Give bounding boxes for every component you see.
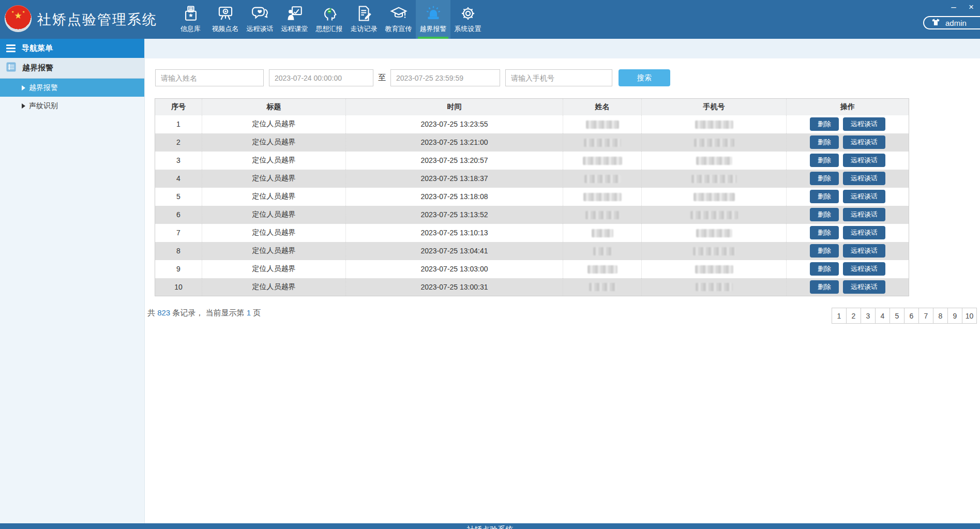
- cell-index: 6: [155, 206, 202, 224]
- delete-button[interactable]: 删除: [810, 154, 839, 167]
- name-search-input[interactable]: [155, 69, 264, 86]
- cell-name-redacted: [563, 206, 642, 224]
- cell-actions: 删除远程谈话: [787, 170, 909, 188]
- nav-item-label: 视频点名: [212, 24, 239, 34]
- redacted-name-block: [589, 283, 616, 291]
- remote-talk-button[interactable]: 远程谈话: [843, 280, 885, 294]
- search-button[interactable]: 搜索: [619, 69, 670, 86]
- delete-button[interactable]: 删除: [810, 135, 839, 149]
- column-header-时间: 时间: [346, 99, 563, 115]
- delete-button[interactable]: 删除: [810, 244, 839, 258]
- sidebar-section-boundary-alarm[interactable]: 越界报警: [0, 58, 144, 79]
- minimize-button[interactable]: –: [949, 3, 958, 11]
- cell-index: 5: [155, 188, 202, 206]
- date-from-input[interactable]: [269, 69, 373, 86]
- boundary-alarm-icon: [424, 4, 443, 23]
- pagination: 12345678910: [832, 308, 977, 324]
- cell-phone-redacted: [642, 206, 787, 224]
- sidebar-item-越界报警[interactable]: 越界报警: [0, 79, 144, 97]
- cell-actions: 删除远程谈话: [787, 152, 909, 170]
- nav-item-远程课堂[interactable]: 远程课堂: [277, 0, 312, 39]
- nav-item-教育宣传[interactable]: 教育宣传: [381, 0, 416, 39]
- page-button-10[interactable]: 10: [962, 308, 977, 324]
- visit-record-icon: [354, 4, 374, 23]
- main-content: 至 搜索 序号标题时间姓名手机号操作 1定位人员越界2023-07-25 13:…: [145, 39, 980, 523]
- page-button-9[interactable]: 9: [947, 308, 962, 324]
- nav-item-视频点名[interactable]: 视频点名: [208, 0, 243, 39]
- delete-button[interactable]: 删除: [810, 280, 839, 294]
- cell-name-redacted: [563, 242, 642, 260]
- cell-index: 8: [155, 242, 202, 260]
- redacted-phone-block: [693, 193, 735, 201]
- table-row: 1定位人员越界2023-07-25 13:23:55删除远程谈话: [155, 115, 909, 133]
- cell-name-redacted: [563, 133, 642, 152]
- cell-actions: 删除远程谈话: [787, 260, 909, 278]
- delete-button[interactable]: 删除: [810, 190, 839, 203]
- remote-talk-button[interactable]: 远程谈话: [843, 208, 885, 221]
- sidebar-item-声纹识别[interactable]: 声纹识别: [0, 97, 144, 115]
- remote-talk-button[interactable]: 远程谈话: [843, 244, 885, 258]
- page-button-6[interactable]: 6: [904, 308, 919, 324]
- redacted-name-block: [585, 211, 620, 219]
- delete-button[interactable]: 删除: [810, 226, 839, 239]
- nav-item-思想汇报[interactable]: 思想汇报: [312, 0, 346, 39]
- cell-title: 定位人员越界: [202, 152, 346, 170]
- nav-item-系统设置[interactable]: 系统设置: [450, 0, 485, 39]
- sidebar-items: 越界报警 声纹识别: [0, 79, 144, 115]
- nav-item-远程谈话[interactable]: 远程谈话: [243, 0, 277, 39]
- user-icon: [931, 18, 940, 28]
- remote-talk-button[interactable]: 远程谈话: [843, 135, 885, 149]
- delete-button[interactable]: 删除: [810, 262, 839, 276]
- nav-item-信息库[interactable]: 信息库: [173, 0, 208, 39]
- table-row: 2定位人员越界2023-07-25 13:21:00删除远程谈话: [155, 133, 909, 152]
- page-button-5[interactable]: 5: [889, 308, 904, 324]
- sidebar-menu-header[interactable]: 导航菜单: [0, 39, 144, 58]
- cell-phone-redacted: [642, 188, 787, 206]
- redacted-phone-block: [695, 120, 733, 129]
- cell-time: 2023-07-25 13:20:57: [346, 152, 563, 170]
- cell-index: 10: [155, 278, 202, 296]
- page-button-1[interactable]: 1: [832, 308, 847, 324]
- delete-button[interactable]: 删除: [810, 208, 839, 221]
- cell-name-redacted: [563, 260, 642, 278]
- cell-time: 2023-07-25 13:04:41: [346, 242, 563, 260]
- delete-button[interactable]: 删除: [810, 117, 839, 131]
- cell-actions: 删除远程谈话: [787, 133, 909, 152]
- remote-talk-button[interactable]: 远程谈话: [843, 226, 885, 239]
- nav-item-label: 越界报警: [420, 24, 447, 34]
- cell-time: 2023-07-25 13:13:52: [346, 206, 563, 224]
- user-name: admin: [945, 19, 967, 27]
- table-row: 5定位人员越界2023-07-25 13:18:08删除远程谈话: [155, 188, 909, 206]
- alarm-records-table: 序号标题时间姓名手机号操作 1定位人员越界2023-07-25 13:23:55…: [155, 98, 909, 296]
- delete-button[interactable]: 删除: [810, 172, 839, 185]
- cell-time: 2023-07-25 13:10:13: [346, 224, 563, 242]
- remote-talk-button[interactable]: 远程谈话: [843, 190, 885, 203]
- user-menu-button[interactable]: admin: [923, 16, 980, 29]
- remote-talk-button[interactable]: 远程谈话: [843, 262, 885, 276]
- cell-time: 2023-07-25 13:00:31: [346, 278, 563, 296]
- nav-item-越界报警[interactable]: 越界报警: [416, 0, 450, 39]
- caret-right-icon: [22, 103, 25, 109]
- page-button-2[interactable]: 2: [846, 308, 861, 324]
- cell-title: 定位人员越界: [202, 278, 346, 296]
- cell-index: 1: [155, 115, 202, 133]
- date-to-input[interactable]: [390, 69, 500, 86]
- redacted-name-block: [583, 157, 622, 165]
- page-button-4[interactable]: 4: [875, 308, 890, 324]
- phone-search-input[interactable]: [505, 69, 612, 86]
- nav-item-label: 远程谈话: [247, 24, 274, 34]
- page-button-7[interactable]: 7: [918, 308, 933, 324]
- remote-talk-button[interactable]: 远程谈话: [843, 154, 885, 167]
- cell-name-redacted: [563, 278, 642, 296]
- close-button[interactable]: ×: [967, 3, 976, 11]
- nav-item-走访记录[interactable]: 走访记录: [346, 0, 381, 39]
- column-header-序号: 序号: [155, 99, 202, 115]
- nav-item-label: 走访记录: [351, 24, 378, 34]
- redacted-phone-block: [694, 139, 734, 147]
- page-button-8[interactable]: 8: [933, 308, 948, 324]
- remote-talk-button[interactable]: 远程谈话: [843, 117, 885, 131]
- nav-item-label: 教育宣传: [385, 24, 412, 34]
- page-button-3[interactable]: 3: [861, 308, 876, 324]
- remote-talk-button[interactable]: 远程谈话: [843, 172, 885, 185]
- list-grid-icon: [6, 62, 16, 74]
